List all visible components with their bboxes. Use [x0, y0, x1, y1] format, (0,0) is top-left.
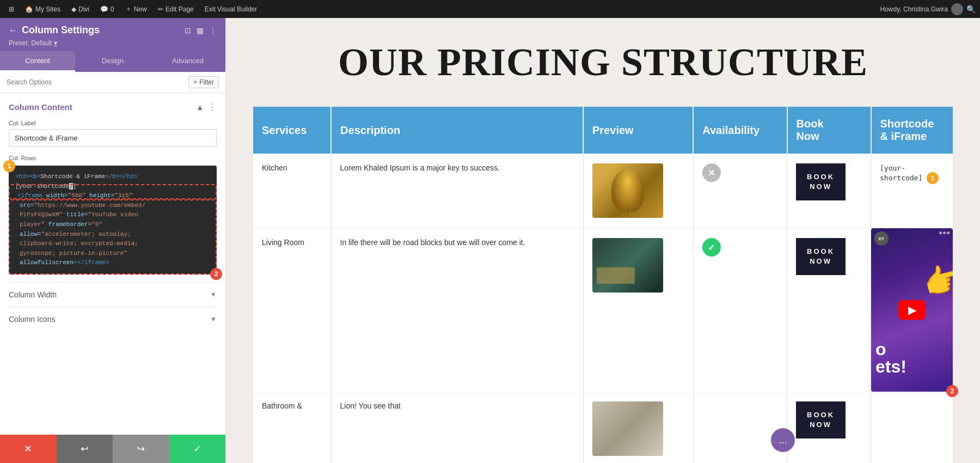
- col-label-label: Col: Label: [9, 120, 217, 126]
- admin-bar-right: Howdy, Christina Gwira 🔍: [880, 3, 976, 15]
- dot: [939, 232, 942, 234]
- col-label-field: Col: Label: [9, 120, 217, 147]
- page-title: OUR PRICING STRUCTURE: [253, 40, 953, 85]
- column-icons-header[interactable]: Column Icons ▼: [9, 315, 217, 324]
- panel-content: Column Content ▲ ⋮ Col: Label Col: Rows …: [0, 93, 225, 435]
- availability-cell: ✕: [693, 154, 787, 228]
- availability-cell: ✓: [693, 228, 787, 394]
- divi-icon: ◆: [71, 5, 76, 13]
- header-shortcode: Shortcode& iFrame: [871, 107, 953, 154]
- book-now-button[interactable]: BOOKNOW: [796, 238, 846, 275]
- service-cell: Living Room: [253, 228, 331, 394]
- col-label-input[interactable]: [9, 129, 217, 147]
- bathroom-preview-image: [592, 401, 663, 456]
- col-rows-label: Col: Rows: [9, 155, 217, 161]
- redo-button[interactable]: ↪: [113, 435, 169, 463]
- header-description: Description: [331, 107, 583, 154]
- tab-advanced[interactable]: Advanced: [150, 51, 225, 72]
- youtube-overlay-text: oets!: [875, 340, 906, 375]
- layout-icon[interactable]: ▦: [197, 26, 204, 35]
- elegant-themes-badge: ET: [874, 232, 889, 246]
- fullscreen-icon[interactable]: ⊡: [185, 26, 191, 35]
- header-preview: Preview: [583, 107, 693, 154]
- column-width-header[interactable]: Column Width ▼: [9, 290, 217, 299]
- book-now-button[interactable]: BOOKNOW: [796, 401, 846, 438]
- panel-preset: Preset: Default ▾: [9, 39, 217, 47]
- badge-2-table: 2: [946, 385, 958, 397]
- shortcode-cell: [871, 394, 953, 464]
- availability-cell: [693, 394, 787, 464]
- notification-dots: [939, 232, 950, 234]
- column-icons-section: Column Icons ▼: [9, 307, 217, 331]
- section-title: Column Content: [9, 102, 72, 112]
- book-now-cell: BOOKNOW: [787, 394, 871, 464]
- header-availability: Availability: [693, 107, 787, 154]
- howdy-text: Howdy, Christina Gwira: [880, 5, 948, 13]
- column-content-section-header: Column Content ▲ ⋮: [9, 102, 217, 112]
- service-cell: Bathroom &: [253, 394, 331, 464]
- save-button[interactable]: ✓: [169, 435, 226, 463]
- book-now-cell: BOOKNOW: [787, 154, 871, 228]
- hand-pointing-icon: 👉: [918, 257, 953, 304]
- cancel-button[interactable]: ✕: [0, 435, 57, 463]
- shortcode-cell: [your-shortcode] 1: [871, 154, 953, 228]
- avatar[interactable]: [951, 3, 963, 15]
- header-services: Services: [253, 107, 331, 154]
- living-preview-image: [592, 238, 663, 293]
- column-width-chevron: ▼: [210, 291, 217, 298]
- floating-menu-button[interactable]: ...: [771, 428, 795, 452]
- youtube-preview-container: ET ▶ o: [871, 228, 953, 392]
- comment-icon: 💬: [100, 5, 108, 13]
- exit-visual-builder-link[interactable]: Exit Visual Builder: [200, 0, 262, 18]
- column-icons-title: Column Icons: [9, 315, 56, 324]
- column-width-section: Column Width ▼: [9, 282, 217, 307]
- action-bar: ✕ ↩ ↪ ✓: [0, 435, 225, 463]
- wp-icon: ⊞: [9, 5, 14, 13]
- new-link[interactable]: ＋ New: [121, 0, 151, 18]
- kitchen-preview-image: [592, 163, 663, 218]
- my-sites-link[interactable]: 🏠 My Sites: [21, 0, 65, 18]
- comments-link[interactable]: 💬 0: [96, 0, 119, 18]
- description-cell: In life there will be road blocks but we…: [331, 228, 583, 394]
- badge-1-table: 1: [927, 172, 939, 184]
- search-icon[interactable]: 🔍: [966, 5, 976, 14]
- badge-2-code: 2: [210, 268, 222, 280]
- right-content: OUR PRICING STRUCTURE Services Descripti…: [226, 18, 980, 463]
- preset-dropdown[interactable]: ▾: [54, 39, 57, 47]
- preview-cell: [583, 154, 693, 228]
- undo-button[interactable]: ↩: [57, 435, 113, 463]
- code-editor-container: 1 <h2><b>Shortcode & iFrame</b></h2> [yo…: [9, 166, 217, 275]
- book-now-button[interactable]: BOOKNOW: [796, 163, 846, 200]
- table-row: Bathroom & Lion! You see that BOOKNOW: [253, 394, 953, 464]
- divi-link[interactable]: ◆ Divi: [67, 0, 94, 18]
- youtube-play-button[interactable]: ▶: [898, 300, 926, 320]
- dot: [943, 232, 946, 234]
- collapse-icon[interactable]: ▲: [196, 103, 204, 112]
- search-input[interactable]: [7, 78, 184, 86]
- section-menu-icon[interactable]: ⋮: [208, 102, 217, 112]
- pencil-icon: ✏: [158, 5, 163, 13]
- youtube-cell: ET ▶ o: [871, 228, 953, 394]
- description-cell: Lorem Khaled Ipsum is a major key to suc…: [331, 154, 583, 228]
- header-book-now: BookNow: [787, 107, 871, 154]
- more-icon[interactable]: ⋮: [209, 26, 217, 35]
- wp-logo[interactable]: ⊞: [4, 0, 19, 18]
- column-icons-chevron: ▼: [210, 315, 217, 323]
- panel-title: Column Settings: [22, 25, 100, 36]
- status-unavailable: ✕: [702, 163, 721, 182]
- tab-design[interactable]: Design: [75, 51, 150, 72]
- back-arrow-icon[interactable]: ←: [9, 26, 17, 35]
- edit-page-link[interactable]: ✏ Edit Page: [154, 0, 198, 18]
- filter-icon: +: [193, 78, 197, 86]
- filter-button[interactable]: + Filter: [188, 76, 219, 88]
- column-width-title: Column Width: [9, 290, 57, 299]
- main-layout: ← Column Settings ⊡ ▦ ⋮ Preset: Default …: [0, 18, 980, 463]
- search-area: + Filter: [0, 72, 225, 93]
- tab-content[interactable]: Content: [0, 51, 75, 72]
- plus-icon: ＋: [125, 4, 132, 14]
- table-row: Kitchen Lorem Khaled Ipsum is a major ke…: [253, 154, 953, 228]
- youtube-embed-preview: ET ▶ o: [871, 228, 953, 392]
- book-now-cell: BOOKNOW: [787, 228, 871, 394]
- code-editor[interactable]: <h2><b>Shortcode & iFrame</b></h2> [your…: [9, 166, 217, 275]
- dot: [947, 232, 950, 234]
